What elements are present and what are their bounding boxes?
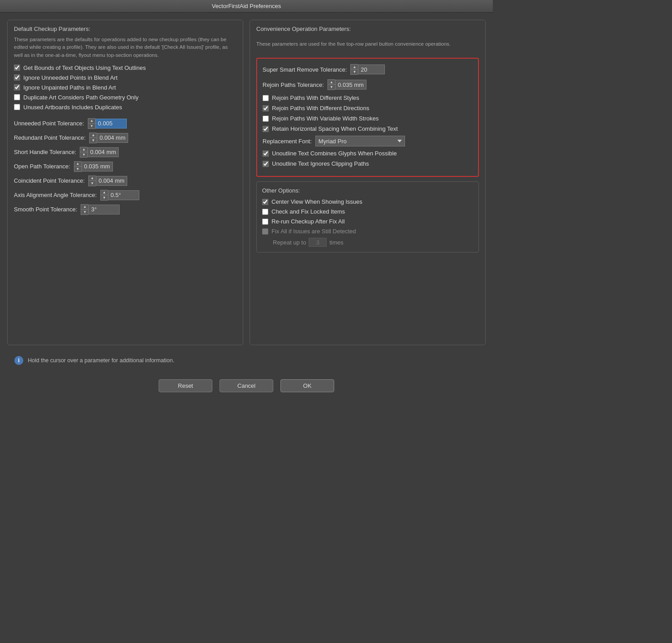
center-view-row: Center View When Showing Issues [262, 198, 473, 205]
checkbox-unpainted-paths-label[interactable]: Ignore Unpainted Paths in Blend Art [23, 84, 116, 91]
rejoin-tolerance-input[interactable] [335, 80, 366, 90]
short-handle-down[interactable]: ▼ [80, 152, 87, 157]
axis-alignment-input[interactable] [108, 190, 139, 200]
redundant-point-up[interactable]: ▲ [90, 133, 97, 138]
rejoin-tolerance-label: Rejoin Paths Tolerance: [263, 81, 324, 88]
reset-button[interactable]: Reset [159, 379, 212, 392]
left-panel-desc: These parameters are the defaults for op… [14, 36, 237, 59]
checkbox-duplicate-art-label[interactable]: Duplicate Art Considers Path Geometry On… [23, 94, 138, 101]
short-handle-spinner-buttons: ▲ ▼ [80, 147, 87, 158]
checkbox-rejoin-diff-directions[interactable] [263, 105, 269, 111]
unneeded-point-up[interactable]: ▲ [88, 119, 95, 124]
checkbox-unoutline-ignores-label[interactable]: Unoutline Text Ignores Clipping Paths [272, 160, 369, 167]
checkbox-rejoin-variable-width-label[interactable]: Rejoin Paths With Variable Width Strokes [272, 115, 379, 122]
checkbox-retain-horizontal-label[interactable]: Retain Horizontal Spacing When Combining… [272, 125, 398, 132]
replacement-font-label: Replacement Font: [263, 138, 312, 145]
open-path-spinner-buttons: ▲ ▼ [74, 161, 82, 172]
checkbox-rerun-checkup[interactable] [262, 219, 268, 225]
smooth-point-down[interactable]: ▼ [81, 210, 88, 214]
smooth-point-spinner: ▲ ▼ [81, 204, 120, 215]
rejoin-tolerance-down[interactable]: ▼ [328, 85, 335, 90]
repeat-suffix: times [329, 239, 343, 246]
redundant-point-down[interactable]: ▼ [90, 138, 97, 143]
super-smart-label: Super Smart Remove Tolerance: [263, 66, 347, 73]
smooth-point-input[interactable] [88, 205, 120, 214]
checkbox-rerun-checkup-label[interactable]: Re-run Checkup After Fix All [271, 218, 345, 225]
unneeded-point-label: Unneeded Point Tolerance: [14, 120, 84, 127]
unneeded-point-spinner-buttons: ▲ ▼ [88, 118, 95, 129]
coincident-point-spinner: ▲ ▼ [88, 176, 127, 186]
checkbox-rejoin-diff-styles-label[interactable]: Rejoin Paths With Different Styles [272, 94, 359, 101]
coincident-point-down[interactable]: ▼ [89, 181, 96, 186]
axis-alignment-spinner-buttons: ▲ ▼ [100, 190, 108, 201]
axis-alignment-spinner: ▲ ▼ [100, 190, 139, 201]
rejoin-tolerance-up[interactable]: ▲ [328, 80, 335, 85]
window-title: VectorFirstAid Preferences [212, 3, 281, 9]
checkbox-text-outlines-label[interactable]: Get Bounds of Text Objects Using Text Ou… [23, 64, 146, 71]
retain-horizontal-row: Retain Horizontal Spacing When Combining… [263, 125, 473, 132]
open-path-up[interactable]: ▲ [74, 162, 82, 167]
checkbox-check-fix-locked[interactable] [262, 209, 268, 215]
short-handle-input[interactable] [87, 147, 119, 157]
unoutline-ignores-row: Unoutline Text Ignores Clipping Paths [263, 160, 473, 167]
rejoin-variable-width-row: Rejoin Paths With Variable Width Strokes [263, 115, 473, 122]
checkbox-unneeded-points-label[interactable]: Ignore Unneeded Points in Blend Art [23, 74, 117, 81]
unneeded-point-input[interactable] [95, 119, 127, 129]
other-options-title: Other Options: [262, 187, 473, 194]
ok-button[interactable]: OK [280, 379, 334, 392]
open-path-down[interactable]: ▼ [74, 167, 82, 171]
smooth-point-spinner-buttons: ▲ ▼ [81, 204, 88, 215]
coincident-point-input[interactable] [96, 176, 127, 186]
super-smart-up[interactable]: ▲ [351, 64, 358, 69]
checkbox-unused-artboards-label[interactable]: Unused Artboards Includes Duplicates [23, 104, 122, 111]
open-path-input[interactable] [82, 162, 113, 171]
repeat-row: Repeat up to times [273, 238, 473, 247]
checkbox-rejoin-diff-styles[interactable] [263, 95, 269, 101]
checkbox-fix-all-if-issues [262, 228, 268, 235]
checkbox-text-outlines[interactable] [14, 64, 20, 71]
checkbox-unoutline-combines-label[interactable]: Unoutline Text Combines Glyphs When Poss… [272, 150, 397, 157]
super-smart-input[interactable] [358, 64, 385, 74]
title-bar: VectorFirstAid Preferences [0, 0, 493, 13]
checkbox-duplicate-art[interactable] [14, 94, 20, 100]
checkbox-retain-horizontal[interactable] [263, 126, 269, 132]
super-smart-spinner: ▲ ▼ [350, 64, 385, 75]
right-panel: Convenience Operation Parameters: These … [250, 20, 486, 345]
checkbox-unpainted-paths[interactable] [14, 84, 20, 90]
redundant-point-input[interactable] [97, 133, 128, 143]
super-smart-down[interactable]: ▼ [351, 69, 358, 74]
coincident-point-label: Coincident Point Tolerance: [14, 177, 85, 184]
replacement-font-select[interactable]: Myriad Pro Helvetica Arial Times New Rom… [315, 136, 405, 146]
unneeded-point-down[interactable]: ▼ [88, 124, 95, 129]
checkbox-fix-all-if-issues-label: Fix All if Issues are Still Detected [271, 228, 356, 235]
rejoin-tolerance-row: Rejoin Paths Tolerance: ▲ ▼ [263, 79, 473, 90]
short-handle-up[interactable]: ▲ [80, 147, 87, 152]
axis-alignment-label: Axis Alignment Angle Tolerance: [14, 192, 97, 198]
checkbox-row-4: Duplicate Art Considers Path Geometry On… [14, 94, 237, 101]
axis-alignment-up[interactable]: ▲ [101, 190, 108, 195]
open-path-label: Open Path Tolerance: [14, 163, 70, 170]
check-fix-locked-row: Check and Fix Locked Items [262, 208, 473, 215]
checkbox-unoutline-combines[interactable] [263, 150, 269, 157]
rejoin-diff-directions-row: Rejoin Paths With Different Directions [263, 105, 473, 111]
unoutline-combines-row: Unoutline Text Combines Glyphs When Poss… [263, 150, 473, 157]
checkbox-row-3: Ignore Unpainted Paths in Blend Art [14, 84, 237, 91]
checkbox-unused-artboards[interactable] [14, 104, 20, 110]
smooth-point-up[interactable]: ▲ [81, 205, 88, 210]
checkbox-unoutline-ignores[interactable] [263, 161, 269, 167]
checkbox-center-view[interactable] [262, 199, 268, 205]
info-text: Hold the cursor over a parameter for add… [28, 357, 174, 364]
checkbox-rejoin-diff-directions-label[interactable]: Rejoin Paths With Different Directions [272, 105, 369, 111]
cancel-button[interactable]: Cancel [220, 379, 273, 392]
short-handle-tolerance-row: Short Handle Tolerance: ▲ ▼ [14, 147, 237, 158]
redundant-point-spinner-buttons: ▲ ▼ [89, 133, 97, 143]
checkbox-check-fix-locked-label[interactable]: Check and Fix Locked Items [271, 208, 345, 215]
fix-all-if-issues-row: Fix All if Issues are Still Detected [262, 228, 473, 235]
checkbox-unneeded-points[interactable] [14, 74, 20, 81]
left-panel: Default Checkup Parameters: These parame… [7, 20, 243, 345]
checkbox-center-view-label[interactable]: Center View When Showing Issues [271, 198, 362, 205]
checkbox-rejoin-variable-width[interactable] [263, 116, 269, 122]
coincident-point-up[interactable]: ▲ [89, 176, 96, 181]
axis-alignment-down[interactable]: ▼ [101, 195, 108, 200]
repeat-value-input [309, 238, 327, 247]
